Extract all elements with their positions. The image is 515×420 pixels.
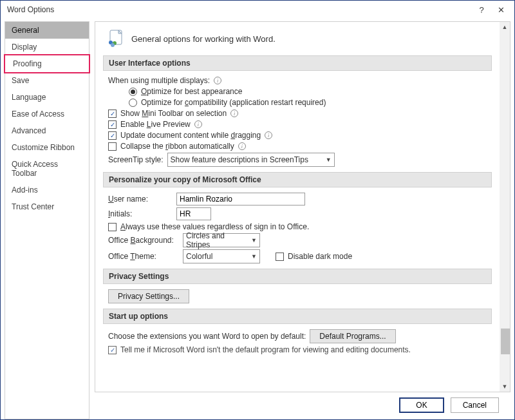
screentip-style-combo[interactable]: Show feature descriptions in ScreenTips … xyxy=(167,153,335,167)
office-background-combo[interactable]: Circles and Stripes ▼ xyxy=(183,233,260,247)
multi-displays-label: When using multiple displays: i xyxy=(108,76,492,85)
scroll-thumb[interactable] xyxy=(501,329,510,354)
svg-point-3 xyxy=(111,43,115,47)
group-personalize: Personalize your copy of Microsoft Offic… xyxy=(103,172,492,187)
ok-button[interactable]: OK xyxy=(399,397,444,413)
checkbox-always-use[interactable] xyxy=(108,223,117,231)
username-label: User name: xyxy=(108,195,173,204)
sidebar-item-general[interactable]: General xyxy=(5,22,89,39)
sidebar-item-proofing[interactable]: Proofing xyxy=(4,54,90,73)
extensions-label: Choose the extensions you want Word to o… xyxy=(108,332,306,341)
info-icon[interactable]: i xyxy=(194,120,202,128)
mini-toolbar-label: Show Mini Toolbar on selection xyxy=(120,109,227,118)
sidebar-item-trust-center[interactable]: Trust Center xyxy=(5,198,89,215)
office-theme-label: Office Theme: xyxy=(108,252,179,261)
radio-compat-label: Optimize for compatibility (application … xyxy=(141,98,326,107)
checkbox-live-preview[interactable]: ✓ xyxy=(108,120,117,129)
group-privacy: Privacy Settings xyxy=(103,269,492,284)
screentip-label: ScreenTip style: xyxy=(108,155,164,164)
close-button[interactable]: ✕ xyxy=(491,3,510,17)
help-button[interactable]: ? xyxy=(472,3,491,17)
cancel-button[interactable]: Cancel xyxy=(451,397,499,413)
page-header: General options for working with Word. xyxy=(131,34,276,44)
initials-label: Initials: xyxy=(108,209,173,218)
live-preview-label: Enable Live Preview xyxy=(120,120,191,129)
checkbox-collapse-ribbon[interactable] xyxy=(108,142,117,151)
group-ui-options: User Interface options xyxy=(103,55,492,71)
initials-input[interactable] xyxy=(176,207,211,220)
info-icon[interactable]: i xyxy=(238,142,246,150)
sidebar-item-advanced[interactable]: Advanced xyxy=(5,122,89,139)
checkbox-disable-dark[interactable] xyxy=(276,253,284,261)
radio-best-appearance[interactable] xyxy=(129,88,137,96)
privacy-settings-button[interactable]: Privacy Settings... xyxy=(108,289,189,303)
checkbox-mini-toolbar[interactable]: ✓ xyxy=(108,110,117,118)
scroll-up-button[interactable]: ▲ xyxy=(500,22,510,32)
radio-compatibility[interactable] xyxy=(129,99,137,107)
sidebar-item-display[interactable]: Display xyxy=(5,39,89,55)
options-sidebar: GeneralDisplayProofingSaveLanguageEase o… xyxy=(5,21,89,419)
tell-me-label: Tell me if Microsoft Word isn't the defa… xyxy=(120,345,411,354)
group-startup: Start up options xyxy=(103,309,492,324)
disable-dark-label: Disable dark mode xyxy=(288,252,352,261)
checkbox-tell-me-default[interactable]: ✓ xyxy=(108,346,117,354)
username-input[interactable] xyxy=(176,193,305,205)
chevron-down-icon: ▼ xyxy=(251,237,257,243)
sidebar-item-save[interactable]: Save xyxy=(5,72,89,89)
sidebar-item-customize-ribbon[interactable]: Customize Ribbon xyxy=(5,139,89,156)
info-icon[interactable]: i xyxy=(265,131,272,139)
vertical-scrollbar[interactable]: ▲ ▼ xyxy=(500,22,510,392)
always-use-label: Always use these values regardless of si… xyxy=(120,222,309,231)
sidebar-item-quick-access-toolbar[interactable]: Quick Access Toolbar xyxy=(5,156,89,182)
sidebar-item-language[interactable]: Language xyxy=(5,89,89,106)
info-icon[interactable]: i xyxy=(214,77,221,84)
collapse-ribbon-label: Collapse the ribbon automatically xyxy=(120,142,234,151)
general-options-icon xyxy=(107,30,125,48)
scroll-down-button[interactable]: ▼ xyxy=(500,381,510,392)
sidebar-item-add-ins[interactable]: Add-ins xyxy=(5,182,89,198)
chevron-down-icon: ▼ xyxy=(326,157,332,163)
dialog-title: Word Options xyxy=(7,5,472,14)
checkbox-update-dragging[interactable]: ✓ xyxy=(108,131,117,140)
chevron-down-icon: ▼ xyxy=(251,253,257,260)
office-theme-combo[interactable]: Colorful ▼ xyxy=(183,249,260,263)
office-background-label: Office Background: xyxy=(108,236,179,245)
update-dragging-label: Update document content while dragging xyxy=(120,131,261,140)
info-icon[interactable]: i xyxy=(230,110,238,117)
sidebar-item-ease-of-access[interactable]: Ease of Access xyxy=(5,106,89,122)
default-programs-button[interactable]: Default Programs... xyxy=(310,329,395,343)
radio-best-label: Optimize for best appearance xyxy=(141,87,242,96)
